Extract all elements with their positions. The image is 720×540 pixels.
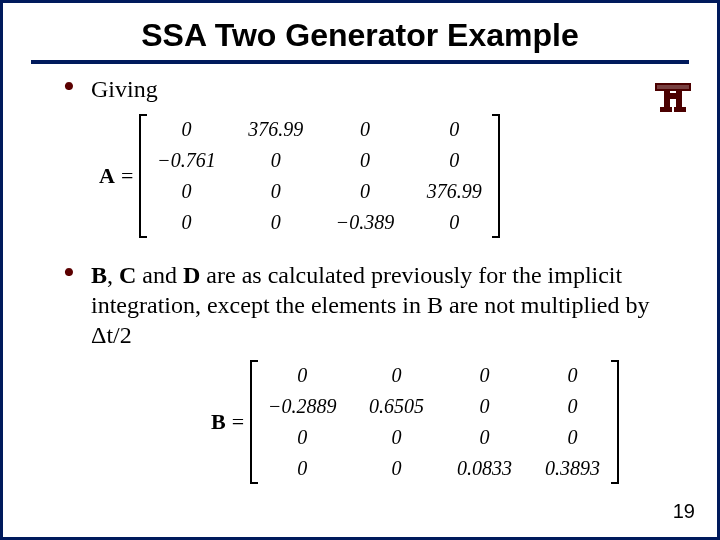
matrix-B-label: B — [211, 408, 226, 436]
svg-rect-4 — [660, 107, 672, 112]
B-r0c2: 0 — [441, 360, 529, 391]
svg-rect-3 — [670, 93, 676, 99]
svg-rect-5 — [674, 107, 686, 112]
A-r2c2: 0 — [320, 176, 411, 207]
A-r0c1: 376.99 — [232, 114, 320, 145]
A-r1c0: −0.761 — [140, 145, 232, 176]
bullet-1-text: Giving — [91, 76, 158, 102]
B-r1c3: 0 — [529, 391, 618, 422]
A-r0c2: 0 — [320, 114, 411, 145]
B-r2c3: 0 — [529, 422, 618, 453]
B-r1c0: −0.2889 — [251, 391, 353, 422]
A-r1c3: 0 — [410, 145, 499, 176]
matrix-A: A = 0 376.99 0 0 −0.761 — [99, 114, 500, 238]
bullet-item-1: Giving A = 0 376.99 0 0 — [63, 74, 657, 242]
A-r3c1: 0 — [232, 207, 320, 238]
B-r3c1: 0 — [353, 453, 441, 484]
B-r0c3: 0 — [529, 360, 618, 391]
A-r2c3: 376.99 — [410, 176, 499, 207]
B-r2c2: 0 — [441, 422, 529, 453]
B-r0c0: 0 — [251, 360, 353, 391]
B-r3c0: 0 — [251, 453, 353, 484]
A-r1c1: 0 — [232, 145, 320, 176]
slide-title: SSA Two Generator Example — [43, 17, 677, 54]
A-r2c1: 0 — [232, 176, 320, 207]
A-r1c2: 0 — [320, 145, 411, 176]
tamu-logo-icon — [653, 79, 693, 119]
A-r2c0: 0 — [140, 176, 232, 207]
matrix-B: B = 0 0 0 0 −0.2889 — [211, 360, 619, 484]
slide-content: Giving A = 0 376.99 0 0 — [3, 64, 717, 488]
A-r3c3: 0 — [410, 207, 499, 238]
matrix-A-table: 0 376.99 0 0 −0.761 0 0 0 — [139, 114, 500, 238]
A-r3c2: −0.389 — [320, 207, 411, 238]
matrix-A-label: A — [99, 162, 115, 190]
B-r1c2: 0 — [441, 391, 529, 422]
bullet-2-text: B, C and D are as calculated previously … — [91, 262, 650, 348]
matrix-B-table: 0 0 0 0 −0.2889 0.6505 0 0 — [250, 360, 619, 484]
B-r1c1: 0.6505 — [353, 391, 441, 422]
equals-sign: = — [121, 162, 133, 190]
B-r2c1: 0 — [353, 422, 441, 453]
page-number: 19 — [673, 500, 695, 523]
slide-frame: SSA Two Generator Example Giving A = — [0, 0, 720, 540]
A-r0c0: 0 — [140, 114, 232, 145]
bullet-item-2: B, C and D are as calculated previously … — [63, 260, 657, 488]
svg-rect-6 — [657, 85, 689, 89]
A-r3c0: 0 — [140, 207, 232, 238]
A-r0c3: 0 — [410, 114, 499, 145]
B-r3c2: 0.0833 — [441, 453, 529, 484]
equals-sign-b: = — [232, 408, 244, 436]
B-r0c1: 0 — [353, 360, 441, 391]
bullet-list: Giving A = 0 376.99 0 0 — [63, 74, 657, 488]
B-r3c3: 0.3893 — [529, 453, 618, 484]
B-r2c0: 0 — [251, 422, 353, 453]
